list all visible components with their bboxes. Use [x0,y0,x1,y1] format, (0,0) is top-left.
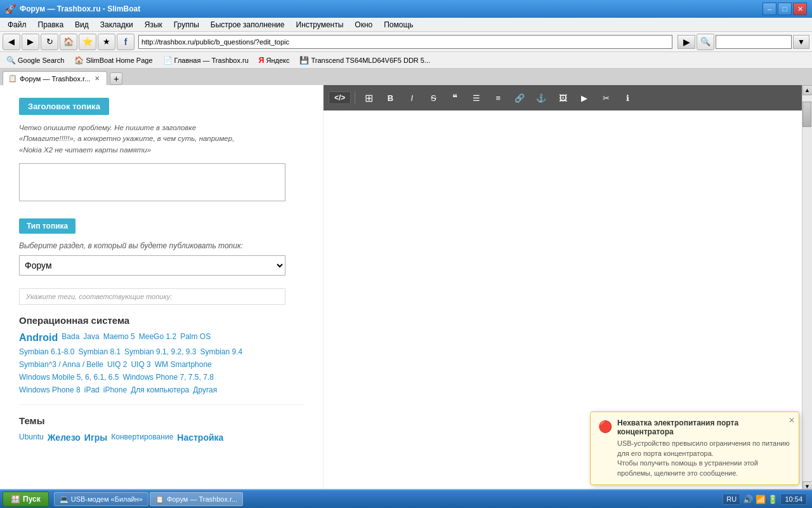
maximize-button[interactable]: □ [778,3,792,15]
new-tab-button[interactable]: + [110,72,122,85]
facebook-button[interactable]: f [117,34,134,50]
bookmark-google[interactable]: 🔍 Google Search [3,55,68,66]
tag-symbian61[interactable]: Symbian 6.1-8.0 [19,347,74,356]
scroll-thumb[interactable] [802,102,811,127]
menu-edit[interactable]: Правка [33,19,69,30]
source-button[interactable]: </> [329,91,351,104]
tag-wp8[interactable]: Windows Phone 8 [19,385,81,394]
tag-forpc[interactable]: Для компьютера [131,385,189,394]
history-button[interactable]: ⭐ [79,34,96,50]
toolbar-info-btn[interactable]: ℹ [618,89,637,107]
notification-close-button[interactable]: ✕ [789,416,795,425]
nav-bar: ◀ ▶ ↻ 🏠 ⭐ ★ f ▶ 🔍 ▼ [0,32,812,52]
menu-groups[interactable]: Группы [169,19,204,30]
tags-themes-row1: Ubuntu Железо Игры Конвертирование Настр… [19,432,304,443]
menu-language[interactable]: Язык [140,19,167,30]
tags-os-row4: Windows Mobile 5, 6, 6.1, 6.5 Windows Ph… [19,373,304,382]
tag-other[interactable]: Другая [193,385,217,394]
toolbar-ol-btn[interactable]: ☰ [467,89,486,107]
tag-wm5[interactable]: Windows Mobile 5, 6, 6.1, 6.5 [19,373,119,382]
language-indicator[interactable]: RU [723,493,740,505]
search-input[interactable] [716,35,792,49]
toolbar-bold-btn[interactable]: B [381,89,400,107]
tags-os-row2: Symbian 6.1-8.0 Symbian 8.1 Symbian 9.1,… [19,347,304,356]
tag-games[interactable]: Игры [84,432,107,443]
toolbar-quote-btn[interactable]: ❝ [445,89,464,107]
home-button[interactable]: 🏠 [60,34,77,50]
tags-os-row1: Android Bada Java Maemo 5 MeeGo 1.2 Palm… [19,332,304,344]
start-button[interactable]: 🪟 Пуск [3,491,49,507]
divider1 [19,404,304,405]
bookmark-transcend[interactable]: 💾 Transcend TS64MLD64V6F5 DDR 5... [296,55,434,66]
menu-tools[interactable]: Инструменты [291,19,349,30]
notification-popup[interactable]: 🔴 Нехватка электропитания порта концентр… [590,411,799,485]
menu-window[interactable]: Окно [350,19,377,30]
toolbar-grid-btn[interactable]: ⊞ [359,89,378,107]
tag-iphone[interactable]: iPhone [103,385,127,394]
forward-button[interactable]: ▶ [22,34,39,50]
topic-header: Заголовок топика [19,98,109,115]
tag-symbian91[interactable]: Symbian 9.1, 9.2, 9.3 [124,347,196,356]
topic-title-input[interactable] [19,163,285,201]
tab-close-button[interactable]: ✕ [93,74,102,83]
forum-section-select[interactable]: Форум [19,255,285,276]
toolbar-italic-btn[interactable]: I [402,89,421,107]
taskbar-item-usb[interactable]: 💻 USB-модем «Билайн» [54,492,148,506]
bookmark-yandex[interactable]: Я Яндекс [255,55,294,66]
toolbar-link-btn[interactable]: 🔗 [510,89,529,107]
menu-help[interactable]: Помощь [379,19,418,30]
close-button[interactable]: ✕ [793,3,807,15]
tag-java[interactable]: Java [83,332,99,344]
go-button[interactable]: ▶ [678,35,695,49]
tag-palmos[interactable]: Palm OS [180,332,211,344]
type-header: Тип топика [19,218,75,234]
reload-button[interactable]: ↻ [41,34,58,50]
active-tab[interactable]: 📋 Форум — Trashbox.r... ✕ [3,71,107,85]
address-bar-container [138,35,672,49]
tags-hint: Укажите теги, соответствующие топику: [19,288,285,305]
menu-bookmarks[interactable]: Закладки [95,19,138,30]
tag-ubuntu[interactable]: Ubuntu [19,432,44,443]
search-button[interactable]: ▼ [793,35,809,49]
toolbar-media-btn[interactable]: ▶ [575,89,594,107]
taskbar-item-forum[interactable]: 📋 Форум — Trashbox.r... [150,492,243,506]
menu-view[interactable]: Вид [70,19,94,30]
minimize-button[interactable]: – [763,3,776,15]
scroll-up-arrow[interactable]: ▲ [802,85,813,95]
google-icon: 🔍 [6,56,16,65]
back-button[interactable]: ◀ [3,34,20,50]
tag-symbian94[interactable]: Symbian 9.4 [200,347,243,356]
search-engine-button[interactable]: 🔍 [697,34,714,50]
tag-maemo[interactable]: Maemo 5 [103,332,135,344]
taskbar-items: 💻 USB-модем «Билайн» 📋 Форум — Trashbox.… [54,492,718,506]
toolbar-strike-btn[interactable]: S [424,89,443,107]
tag-wp7[interactable]: Windows Phone 7, 7.5, 7.8 [122,373,213,382]
bookmark-trashbox[interactable]: 📄 Главная — Trashbox.ru [159,55,252,66]
tag-meego[interactable]: MeeGo 1.2 [139,332,176,344]
tag-settings[interactable]: Настройка [177,432,223,443]
toolbar-ul-btn[interactable]: ≡ [488,89,508,107]
notification-content: Нехватка электропитания порта концентрат… [617,418,791,478]
tag-uiq3[interactable]: UIQ 3 [131,360,150,369]
bookmark-slimboat[interactable]: 🏠 SlimBoat Home Page [70,55,156,66]
toolbar-cut-btn[interactable]: ✂ [596,89,615,107]
tag-convert[interactable]: Конвертирование [111,432,173,443]
tag-android[interactable]: Android [19,332,58,344]
tag-ipad[interactable]: iPad [84,385,100,394]
tag-wmsmartphone[interactable]: WM Smartphone [155,360,212,369]
right-scrollbar[interactable]: ▲ ▼ [802,85,812,491]
bookmarks-button[interactable]: ★ [98,34,115,50]
tags-os-row3: Symbian^3 / Anna / Belle UIQ 2 UIQ 3 WM … [19,360,304,369]
toolbar-anchor-btn[interactable]: ⚓ [532,89,551,107]
tag-symbian3[interactable]: Symbian^3 / Anna / Belle [19,360,103,369]
tag-hardware[interactable]: Железо [48,432,81,443]
tag-uiq2[interactable]: UIQ 2 [107,360,127,369]
taskbar-usb-label: USB-модем «Билайн» [71,495,143,503]
tag-bada[interactable]: Bada [62,332,79,344]
menu-autofill[interactable]: Быстрое заполнение [206,19,290,30]
address-bar[interactable] [138,35,672,49]
tag-symbian81[interactable]: Symbian 8.1 [78,347,121,356]
scroll-track[interactable] [802,95,812,481]
toolbar-image-btn[interactable]: 🖼 [553,89,572,107]
menu-file[interactable]: Файл [3,19,32,30]
